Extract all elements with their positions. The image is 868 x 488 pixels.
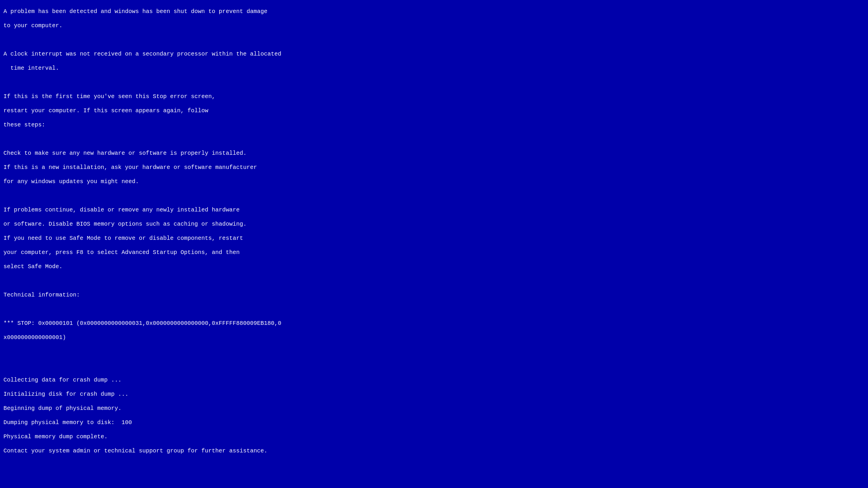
stop-code-line2: x0000000000000001)	[3, 333, 859, 342]
clock-interrupt-line1: A clock interrupt was not received on a …	[3, 50, 859, 59]
blank4	[3, 191, 859, 200]
blank3	[3, 134, 859, 143]
technical-info-header: Technical information:	[3, 290, 859, 299]
contact-support: Contact your system admin or technical s…	[3, 446, 859, 455]
crash-dump-initializing: Initializing disk for crash dump ...	[3, 390, 859, 399]
crash-dump-complete: Physical memory dump complete.	[3, 432, 859, 441]
crash-dump-dumping: Dumping physical memory to disk: 100	[3, 418, 859, 427]
first-time-line3: these steps:	[3, 120, 859, 129]
first-time-line2: restart your computer. If this screen ap…	[3, 106, 859, 115]
problems-continue-line4: your computer, press F8 to select Advanc…	[3, 248, 859, 257]
header-line2: to your computer.	[3, 21, 859, 30]
first-time-line1: If this is the first time you've seen th…	[3, 92, 859, 101]
clock-interrupt-line2: time interval.	[3, 64, 859, 73]
blank6	[3, 304, 859, 314]
check-hardware-line3: for any windows updates you might need.	[3, 177, 859, 186]
bsod-screen: A problem has been detected and windows …	[0, 0, 868, 488]
problems-continue-line2: or software. Disable BIOS memory options…	[3, 220, 859, 229]
problems-continue-line1: If problems continue, disable or remove …	[3, 205, 859, 214]
problems-continue-line5: select Safe Mode.	[3, 262, 859, 271]
blank5	[3, 276, 859, 285]
crash-dump-beginning: Beginning dump of physical memory.	[3, 404, 859, 413]
blank7	[3, 347, 859, 356]
problems-continue-line3: If you need to use Safe Mode to remove o…	[3, 234, 859, 243]
blank8	[3, 361, 859, 370]
crash-dump-collecting: Collecting data for crash dump ...	[3, 376, 859, 385]
header-line1: A problem has been detected and windows …	[3, 7, 859, 16]
stop-code-line1: *** STOP: 0x00000101 (0x0000000000000031…	[3, 319, 859, 328]
blank2	[3, 78, 859, 87]
check-hardware-line1: Check to make sure any new hardware or s…	[3, 149, 859, 158]
check-hardware-line2: If this is a new installation, ask your …	[3, 163, 859, 172]
blank1	[3, 35, 859, 44]
